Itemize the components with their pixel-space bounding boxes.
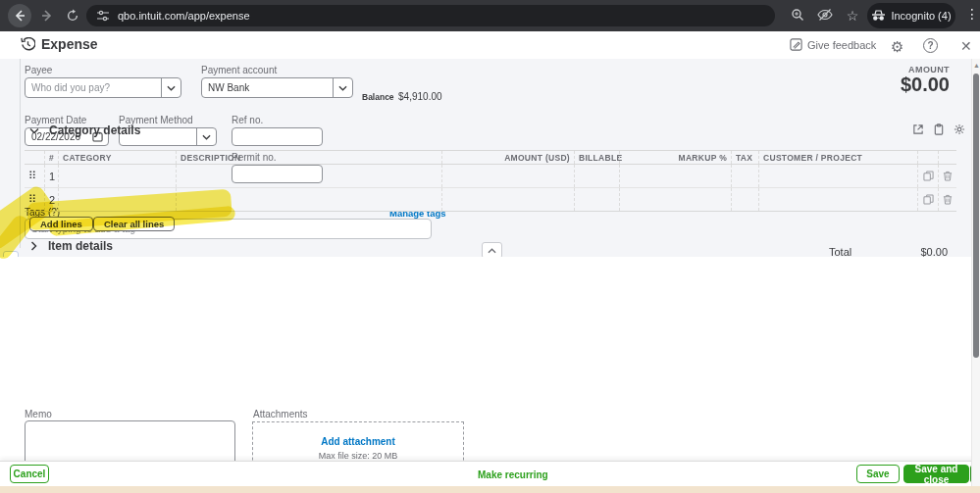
- url-bar[interactable]: qbo.intuit.com/app/expense: [86, 5, 775, 26]
- incognito-badge[interactable]: Incognito (4): [867, 3, 955, 28]
- chevron-down-icon: [196, 128, 216, 145]
- footer-bar: Cancel Make recurring Save Save and clos…: [0, 461, 980, 486]
- balance-label: Balance: [362, 92, 394, 102]
- page-title: Expense: [41, 36, 98, 52]
- save-and-close-button[interactable]: Save and close: [903, 465, 969, 483]
- item-details-title: Item details: [48, 239, 113, 253]
- delete-row-icon[interactable]: [938, 165, 956, 187]
- site-settings-icon: [96, 9, 110, 23]
- billable-cell[interactable]: [574, 165, 619, 187]
- table-row: ⠿ 1: [25, 165, 956, 188]
- table-header-row: # CATEGORY DESCRIPTION AMOUNT (USD) BILL…: [25, 150, 956, 165]
- reload-icon: [66, 9, 79, 23]
- scroll-up-arrow[interactable]: ▲: [973, 62, 980, 69]
- give-feedback-button[interactable]: Give feedback: [790, 38, 876, 51]
- row-number: 1: [44, 165, 58, 187]
- payment-account-select[interactable]: NW Bank: [201, 77, 353, 98]
- clear-all-lines-button[interactable]: Clear all lines: [93, 217, 175, 231]
- table-row: ⠿ 2: [25, 188, 956, 212]
- amount-cell[interactable]: [441, 188, 574, 211]
- table-gear-icon[interactable]: [954, 123, 965, 135]
- back-button[interactable]: [8, 4, 31, 27]
- category-tools: [912, 123, 965, 135]
- payee-input[interactable]: [26, 82, 161, 93]
- incognito-icon: [871, 10, 886, 22]
- amount-cell[interactable]: [441, 165, 574, 187]
- description-cell[interactable]: [176, 188, 441, 211]
- col-num: #: [44, 151, 58, 164]
- clipboard-icon[interactable]: [933, 123, 945, 135]
- settings-gear-icon[interactable]: ⚙: [891, 38, 903, 56]
- back-arrow-icon: [13, 9, 26, 23]
- balance-value: $4,910.00: [398, 91, 442, 102]
- customer-cell[interactable]: [758, 165, 917, 187]
- customer-cell[interactable]: [758, 188, 917, 211]
- zoom-icon[interactable]: [791, 8, 806, 24]
- attachments-label: Attachments: [253, 409, 308, 419]
- payment-account-value: NW Bank: [202, 82, 333, 93]
- col-customer: CUSTOMER / PROJECT: [758, 151, 917, 164]
- description-cell[interactable]: [176, 165, 441, 187]
- add-attachment-link[interactable]: Add attachment: [253, 436, 463, 447]
- duplicate-row-icon[interactable]: [917, 165, 938, 187]
- ref-no-field[interactable]: [232, 127, 323, 146]
- scrollbar[interactable]: ▲: [971, 59, 980, 486]
- screen: qbo.intuit.com/app/expense ☆ Incognito (…: [0, 0, 980, 493]
- memo-label: Memo: [25, 409, 52, 419]
- help-icon[interactable]: ?: [923, 38, 938, 53]
- browser-menu-icon[interactable]: ⋮: [965, 6, 979, 22]
- col-description: DESCRIPTION: [176, 151, 441, 164]
- col-tax: TAX: [731, 151, 758, 164]
- chevron-down-icon: [333, 78, 352, 97]
- col-billable: BILLABLE: [574, 151, 619, 164]
- tax-cell[interactable]: [731, 188, 758, 211]
- markup-cell[interactable]: [619, 165, 731, 187]
- history-clock-icon[interactable]: [21, 37, 35, 52]
- billable-cell[interactable]: [574, 188, 619, 211]
- payee-label: Payee: [25, 65, 52, 75]
- feedback-pencil-icon: [790, 38, 802, 51]
- col-amount: AMOUNT (USD): [441, 151, 574, 164]
- incognito-label: Incognito (4): [891, 10, 951, 22]
- cancel-button[interactable]: Cancel: [10, 465, 49, 483]
- save-button[interactable]: Save: [856, 465, 900, 483]
- total-value: $0.00: [920, 246, 948, 258]
- duplicate-row-icon[interactable]: [917, 188, 938, 211]
- col-markup: MARKUP %: [619, 151, 731, 164]
- make-recurring-link[interactable]: Make recurring: [478, 469, 548, 480]
- tax-cell[interactable]: [731, 165, 758, 187]
- item-details-toggle[interactable]: Item details: [30, 239, 113, 253]
- close-icon[interactable]: ✕: [960, 38, 972, 54]
- payee-select[interactable]: [25, 77, 181, 98]
- browser-toolbar: qbo.intuit.com/app/expense ☆ Incognito (…: [0, 0, 980, 31]
- category-cell[interactable]: [58, 188, 176, 211]
- scrollbar-thumb[interactable]: [973, 74, 979, 358]
- chevron-right-icon: [30, 241, 37, 251]
- row-number: 2: [44, 188, 58, 211]
- category-cell[interactable]: [58, 165, 176, 187]
- drag-handle-icon[interactable]: ⠿: [25, 188, 44, 211]
- chevron-down-icon: [29, 127, 39, 134]
- amount-value: $0.00: [901, 74, 950, 96]
- markup-cell[interactable]: [619, 188, 731, 211]
- drag-handle-icon[interactable]: ⠿: [25, 165, 44, 187]
- left-divider: [20, 59, 21, 248]
- give-feedback-label: Give feedback: [807, 39, 876, 51]
- forward-button[interactable]: [35, 4, 59, 27]
- chevron-down-icon: [161, 78, 181, 97]
- ref-no-label: Ref no.: [232, 115, 263, 125]
- category-details-title: Category details: [49, 123, 140, 137]
- ref-no-input[interactable]: [232, 131, 322, 142]
- chevron-up-icon: [488, 248, 496, 254]
- category-details-toggle[interactable]: Category details: [29, 123, 140, 137]
- delete-row-icon[interactable]: [938, 188, 956, 211]
- export-icon[interactable]: [912, 123, 924, 135]
- category-table: # CATEGORY DESCRIPTION AMOUNT (USD) BILL…: [25, 150, 956, 212]
- forward-arrow-icon: [40, 9, 54, 23]
- reload-button[interactable]: [61, 4, 84, 27]
- account-balance: Balance $4,910.00: [362, 86, 442, 104]
- password-eye-icon[interactable]: [817, 8, 833, 24]
- bottom-strip: [0, 486, 980, 493]
- add-lines-button[interactable]: Add lines: [29, 217, 93, 231]
- bookmark-star-icon[interactable]: ☆: [845, 8, 860, 24]
